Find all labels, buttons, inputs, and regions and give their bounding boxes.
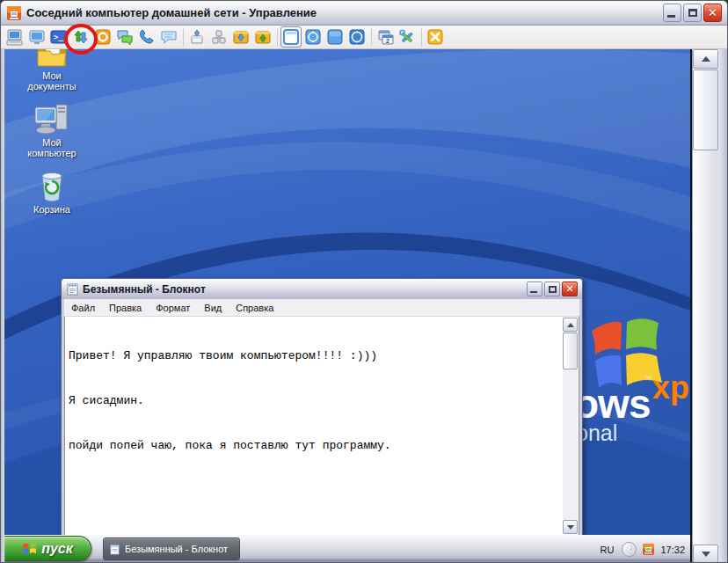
text-line: Я сисадмин. — [69, 393, 558, 408]
window-normal-icon — [282, 28, 300, 46]
remote-taskbar: пуск Безымянный - Блокнот RU — [4, 535, 690, 563]
menu-view[interactable]: Вид — [197, 301, 229, 315]
minimize-button[interactable] — [663, 4, 681, 22]
view-only-button[interactable] — [26, 26, 47, 48]
terminal-icon: >_ — [50, 28, 68, 46]
remote-desktop[interactable]: ows ™ xp onal Мои документы — [4, 49, 692, 563]
send-message-button[interactable] — [158, 26, 179, 48]
xp-logo-xp: xp — [652, 369, 689, 406]
scroll-down-button[interactable] — [693, 545, 718, 563]
notepad-window[interactable]: Безымянный - Блокнот ✕ Файл Правка Форма… — [61, 278, 583, 538]
menu-file[interactable]: Файл — [64, 301, 102, 315]
taskbar-item-notepad[interactable]: Безымянный - Блокнот — [103, 537, 240, 560]
radmin-tray-icon[interactable] — [642, 543, 655, 556]
desktop-icon-label: Корзина — [33, 204, 70, 215]
scroll-up-button[interactable] — [693, 49, 718, 69]
toolbar-separator — [180, 27, 186, 47]
desktop-icon-label: Мой компьютер — [17, 137, 87, 158]
voice-chat-button[interactable] — [136, 26, 157, 48]
window-titlebar[interactable]: Соседний компьютер домашней сети - Управ… — [1, 1, 727, 26]
full-control-button[interactable] — [4, 26, 25, 48]
crate-down-icon — [232, 28, 250, 46]
view-fullscreen-button[interactable] — [302, 26, 324, 48]
telnet-button[interactable]: >_ — [48, 26, 69, 48]
window-frame-right — [718, 49, 727, 563]
notepad-maximize-button[interactable] — [544, 282, 560, 296]
arrow-up-icon — [567, 323, 574, 327]
system-tray: RU 17:32 — [598, 535, 687, 563]
text-line: Привет! Я управляю твоим компьютером!!!!… — [69, 348, 558, 363]
chevron-left-icon — [627, 546, 633, 552]
svg-text:>_: >_ — [54, 33, 63, 41]
maximize-icon — [688, 9, 697, 17]
menu-format[interactable]: Формат — [149, 301, 197, 315]
scrollbar-thumb[interactable] — [693, 69, 718, 150]
scrollbar-track[interactable] — [563, 369, 578, 520]
view-stretch-button[interactable] — [324, 26, 346, 48]
tools-button[interactable] — [397, 26, 418, 48]
close-icon: ✕ — [708, 7, 717, 18]
close-button[interactable]: ✕ — [703, 4, 722, 22]
view-fullscreen-stretch-button[interactable] — [346, 26, 368, 48]
recycle-bin-icon — [37, 171, 67, 202]
message-bubble-icon — [160, 28, 178, 46]
start-button[interactable]: пуск — [4, 536, 91, 561]
toolbar-separator — [274, 27, 280, 47]
chat-bubbles-icon — [116, 28, 134, 46]
fullscreen-icon — [304, 28, 322, 46]
radmin-app-icon — [6, 5, 22, 21]
install-package-button[interactable] — [186, 26, 207, 48]
desktop-icon-my-computer[interactable]: Мой компьютер — [17, 102, 87, 158]
language-indicator[interactable]: RU — [598, 544, 617, 556]
view-normal-button[interactable] — [280, 26, 302, 48]
my-documents-icon — [35, 49, 69, 69]
arrow-down-icon — [567, 525, 574, 530]
scrollbar-thumb[interactable] — [563, 333, 578, 369]
notepad-close-button[interactable]: ✕ — [562, 282, 578, 296]
minimize-icon — [667, 15, 675, 18]
text-chat-button[interactable] — [114, 26, 135, 48]
desktop-icon-my-documents[interactable]: Мои документы — [17, 49, 87, 91]
radmin-window: Соседний компьютер домашней сети - Управ… — [0, 0, 728, 563]
xp-logo-tm: ™ — [644, 375, 652, 383]
hide-icons-button[interactable] — [622, 542, 637, 557]
crate-up-icon — [254, 28, 272, 46]
structure-button[interactable] — [208, 26, 229, 48]
cubes-icon — [210, 28, 228, 46]
text-line: пойди попей чаю, пока я поставлю тут про… — [69, 438, 558, 453]
notepad-scrollbar[interactable] — [563, 318, 578, 534]
toolbar: >_ — [1, 26, 727, 49]
scrollbar-track[interactable] — [693, 150, 718, 545]
menu-edit[interactable]: Правка — [102, 301, 149, 315]
wrench-icon — [398, 28, 416, 46]
cascade-windows-button[interactable]: 2 — [375, 26, 396, 48]
notepad-text[interactable]: Привет! Я управляю твоим компьютером!!!!… — [65, 317, 562, 535]
scroll-up-button[interactable] — [563, 318, 578, 332]
view-scrollbar[interactable] — [692, 49, 718, 563]
start-label: пуск — [41, 541, 73, 557]
shutdown-button[interactable] — [92, 26, 113, 48]
stretch-icon — [326, 28, 344, 46]
notepad-icon — [109, 544, 120, 555]
file-upload-button[interactable] — [252, 26, 273, 48]
toolbar-separator — [419, 27, 425, 47]
notepad-titlebar[interactable]: Безымянный - Блокнот ✕ — [62, 279, 582, 299]
notepad-minimize-button[interactable] — [527, 282, 542, 296]
maximize-icon — [549, 286, 557, 293]
window-title: Соседний компьютер домашней сети - Управ… — [26, 6, 663, 19]
notepad-icon — [66, 282, 79, 296]
fullscreen-stretch-icon — [348, 28, 366, 46]
start-flag-icon — [22, 542, 37, 556]
notepad-text-area[interactable]: Привет! Я управляю твоим компьютером!!!!… — [64, 317, 579, 536]
menu-help[interactable]: Справка — [229, 301, 280, 315]
close-x-icon — [426, 28, 444, 46]
scroll-down-button[interactable] — [563, 520, 578, 534]
maximize-button[interactable] — [683, 4, 702, 22]
desktop-icon-recycle-bin[interactable]: Корзина — [17, 171, 87, 215]
phone-icon — [138, 28, 156, 46]
file-transfer-button[interactable] — [70, 26, 91, 48]
close-connection-button[interactable] — [425, 26, 446, 48]
file-transfer-icon — [72, 28, 90, 46]
clock[interactable]: 17:32 — [660, 545, 685, 555]
file-download-button[interactable] — [230, 26, 251, 48]
